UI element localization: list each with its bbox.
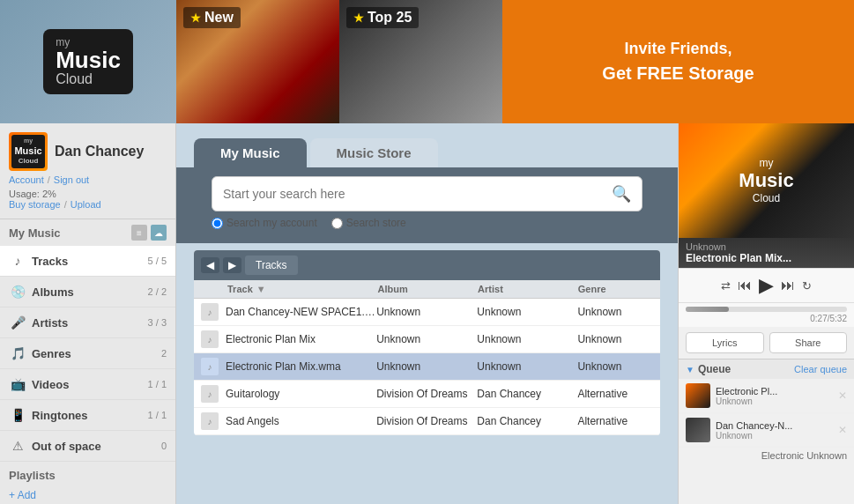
tab-music-store[interactable]: Music Store	[310, 138, 438, 167]
list-view-icon[interactable]: ≡	[131, 225, 147, 241]
queue-item-remove[interactable]: ✕	[838, 424, 847, 436]
table-header-bar: ◀ ▶ Tracks	[194, 250, 660, 280]
logo-cloud: Cloud	[56, 71, 121, 87]
nav-item-artists[interactable]: 🎤 Artists 3 / 3	[0, 308, 175, 338]
main-content: My Music Music Store 🔍 Search my account…	[176, 123, 678, 504]
track-album: Unknown	[376, 306, 477, 318]
header-banners: ★ New ★ Top 25 Invite Friends, Get FREE …	[176, 0, 854, 123]
sidebar: my Music Cloud Dan Chancey Account / Sig…	[0, 123, 176, 504]
banner-invite[interactable]: Invite Friends, Get FREE Storage	[502, 0, 854, 123]
track-name: Electronic Plan Mix	[226, 333, 376, 345]
phone-icon: 📱	[9, 406, 26, 424]
tab-my-music[interactable]: My Music	[194, 138, 307, 167]
upload-link[interactable]: Upload	[71, 199, 101, 210]
ringtones-count: 1 / 1	[148, 410, 167, 420]
banner-new-label: ★ New	[183, 7, 241, 28]
col-header-album[interactable]: Album	[377, 284, 478, 294]
logo-music: Music	[56, 48, 121, 71]
nav-item-tracks[interactable]: ♪ Tracks 5 / 5	[0, 246, 175, 277]
col-header-genre[interactable]: Genre	[578, 284, 653, 294]
progress-bar[interactable]	[686, 307, 847, 312]
nav-item-out-of-space[interactable]: ⚠ Out of space 0	[0, 431, 175, 462]
user-row: my Music Cloud Dan Chancey	[9, 132, 167, 171]
search-store-radio[interactable]	[331, 218, 343, 229]
queue-item-thumb	[686, 418, 710, 442]
out-of-space-label: Out of space	[32, 440, 161, 453]
avatar-inner: my Music Cloud	[11, 135, 45, 168]
col-genre-text: Genre	[578, 284, 606, 294]
queue-item-track: Dan Chancey-N...	[716, 420, 833, 431]
table-row[interactable]: ♪ Electronic Plan Mix.wma Unknown Unknow…	[194, 353, 660, 381]
col-header-track[interactable]: Track ▼	[227, 284, 377, 294]
clear-queue-button[interactable]: Clear queue	[794, 364, 847, 374]
play-button[interactable]: ▶	[759, 274, 774, 297]
search-store-option[interactable]: Search store	[331, 217, 406, 229]
videos-label: Videos	[32, 378, 148, 391]
user-links: Account / Sign out	[9, 174, 167, 185]
track-album: Unknown	[376, 360, 477, 373]
queue-item[interactable]: Electronic Pl... Unknown ✕	[679, 379, 854, 413]
table-row[interactable]: ♪ Guitarology Division Of Dreams Dan Cha…	[194, 381, 660, 408]
add-playlist[interactable]: + Add	[0, 485, 175, 504]
track-name: Sad Angels	[226, 415, 376, 427]
prev-button[interactable]: ◀	[201, 257, 219, 273]
table-row[interactable]: ♪ Sad Angels Division Of Dreams Dan Chan…	[194, 408, 660, 435]
my-music-title: My Music	[9, 226, 126, 240]
nav-item-albums[interactable]: 💿 Albums 2 / 2	[0, 277, 175, 308]
progress-fill	[686, 307, 729, 312]
col-artist-text: Artist	[478, 284, 503, 294]
search-icon[interactable]: 🔍	[612, 184, 631, 204]
repeat-button[interactable]: ↻	[802, 279, 812, 293]
track-album: Division Of Dreams	[376, 388, 477, 400]
track-name: Dan Chancey-NEW SPACE1.mp3	[226, 306, 376, 318]
ringtones-label: Ringtones	[32, 409, 148, 422]
lyrics-button[interactable]: Lyrics	[686, 332, 764, 353]
prev-track-button[interactable]: ⏮	[738, 278, 752, 293]
my-music-icons: ≡ ☁	[131, 225, 167, 241]
genres-count: 2	[161, 348, 167, 359]
buy-storage-link[interactable]: Buy storage	[9, 199, 61, 210]
time-current: 0:27	[810, 314, 827, 323]
next-button[interactable]: ▶	[223, 257, 241, 273]
avatar-logo: my Music Cloud	[14, 137, 41, 165]
table-row[interactable]: ♪ Electronic Plan Mix Unknown Unknown Un…	[194, 326, 660, 353]
col-header-artist[interactable]: Artist	[478, 284, 578, 294]
video-icon: 📺	[9, 375, 26, 393]
next-track-button[interactable]: ⏭	[781, 278, 795, 293]
track-name: Guitarology	[226, 388, 376, 400]
queue-item-info: Dan Chancey-N... Unknown	[716, 420, 833, 441]
shuffle-button[interactable]: ⇄	[721, 279, 731, 293]
account-link[interactable]: Account	[9, 174, 44, 185]
track-file-icon: ♪	[201, 330, 219, 348]
now-playing-title: Electronic Plan Mix...	[686, 252, 847, 264]
banner-top25[interactable]: ★ Top 25	[339, 0, 502, 123]
signout-link[interactable]: Sign out	[54, 174, 89, 185]
queue-item-artist: Unknown	[716, 397, 833, 406]
nav-item-ringtones[interactable]: 📱 Ringtones 1 / 1	[0, 400, 175, 431]
nav-item-genres[interactable]: 🎵 Genres 2	[0, 338, 175, 369]
search-bar: 🔍	[212, 176, 642, 211]
add-playlist-link[interactable]: + Add	[9, 489, 36, 501]
table-row[interactable]: ♪ Dan Chancey-NEW SPACE1.mp3 Unknown Unk…	[194, 299, 660, 326]
nav-item-videos[interactable]: 📺 Videos 1 / 1	[0, 369, 175, 400]
sort-icon: ▼	[256, 284, 266, 294]
search-my-account-option[interactable]: Search my account	[212, 217, 317, 229]
tracks-label: Tracks	[32, 255, 148, 268]
search-my-account-radio[interactable]	[212, 218, 223, 229]
share-button[interactable]: Share	[769, 332, 848, 353]
cloud-icon[interactable]: ☁	[151, 225, 167, 241]
warning-icon: ⚠	[9, 437, 26, 455]
progress-area: 0:27 / 5:32	[679, 303, 854, 327]
queue-item[interactable]: Dan Chancey-N... Unknown ✕	[679, 413, 854, 448]
banner-top25-text: Top 25	[368, 10, 412, 26]
queue-item-remove[interactable]: ✕	[838, 389, 847, 402]
banner-new-text: New	[204, 10, 234, 26]
queue-item-artist: Unknown	[716, 431, 833, 441]
track-genre: Unknown	[577, 333, 653, 345]
queue-item-info: Electronic Pl... Unknown	[716, 386, 833, 406]
search-input[interactable]	[223, 187, 612, 201]
banner-new[interactable]: ★ New	[176, 0, 339, 123]
artists-label: Artists	[32, 316, 148, 330]
tab-my-music-label: My Music	[220, 145, 280, 160]
breadcrumb: Tracks	[245, 256, 298, 275]
